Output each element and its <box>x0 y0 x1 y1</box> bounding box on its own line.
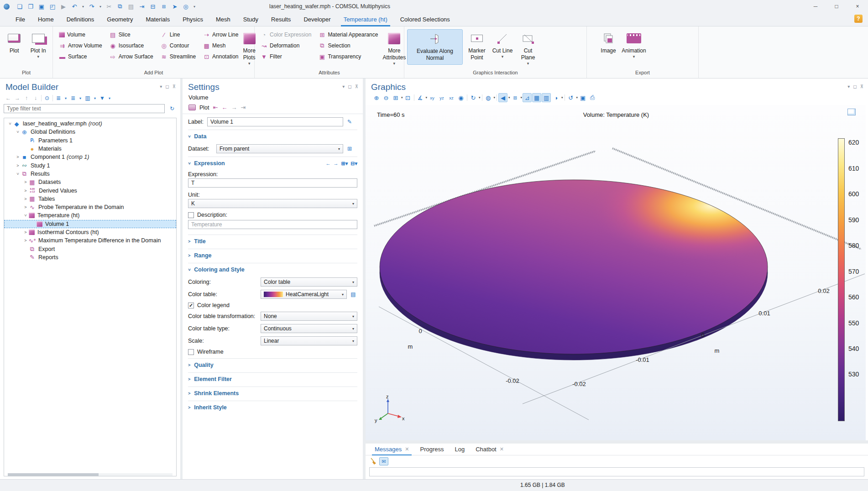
tab-mesh[interactable]: Mesh <box>209 13 237 26</box>
section-expression[interactable]: Expression ← → ⊞▾ ⊟▾ <box>188 157 357 168</box>
chevron-down-icon[interactable]: ▾ <box>426 96 428 99</box>
plot-windows-icon[interactable] <box>847 109 856 115</box>
tree-item-temperature-ht[interactable]: Temperature (ht) <box>4 211 176 219</box>
chevron-collapsed-icon[interactable] <box>22 180 29 184</box>
collapse-all-icon[interactable] <box>54 94 63 102</box>
tree-item-volume-1[interactable]: Volume 1 <box>4 220 176 228</box>
ribbon-deformation-button[interactable]: Deformation <box>257 40 314 51</box>
model-tree-nodes-icon[interactable] <box>83 94 92 102</box>
chevron-down-icon[interactable]: ▾ <box>494 96 496 99</box>
chevron-down-icon[interactable]: ▾ <box>401 96 403 99</box>
chevron-expanded-icon[interactable] <box>15 130 21 134</box>
tab-geometry[interactable]: Geometry <box>100 13 139 26</box>
wireframe-checkbox[interactable] <box>188 349 194 355</box>
ribbon-slice-button[interactable]: Slice <box>106 29 157 40</box>
cut-plane-button[interactable]: Cut Plane▾ <box>516 29 540 68</box>
tree-item-tables[interactable]: Tables <box>4 195 176 203</box>
tree-item-derived-values[interactable]: 8.85e-12Derived Values <box>4 186 176 194</box>
chevron-collapsed-icon[interactable] <box>15 155 21 159</box>
minimize-button[interactable]: ─ <box>805 0 826 13</box>
next-expression-icon[interactable]: → <box>334 161 339 166</box>
plot-canvas[interactable]: Time=60 s Volume: Temperature (K) <box>366 105 866 440</box>
chevron-down-icon[interactable]: ▾ <box>561 96 563 99</box>
tree-item-parameters[interactable]: Parameters 1 <box>4 136 176 145</box>
tree-item-isothermal-contours[interactable]: Isothermal Contours (ht) <box>4 228 176 236</box>
expand-all-icon[interactable] <box>68 94 78 102</box>
ribbon-mesh-button[interactable]: Mesh <box>200 40 241 51</box>
unit-dropdown[interactable]: K▾ <box>188 199 357 208</box>
coloring-dropdown[interactable]: Color table▾ <box>261 277 357 287</box>
ribbon-surface-button[interactable]: Surface <box>56 51 105 62</box>
tab-definitions[interactable]: Definitions <box>60 13 101 26</box>
description-checkbox[interactable] <box>188 212 194 218</box>
tab-messages[interactable]: Messages✕ <box>369 444 414 455</box>
refresh-icon[interactable] <box>167 104 177 113</box>
tree-item-component[interactable]: Component 1(comp 1) <box>4 153 176 161</box>
maximize-button[interactable]: □ <box>826 0 847 13</box>
chevron-down-icon[interactable]: ▾ <box>521 96 523 99</box>
copy-icon[interactable] <box>115 2 125 11</box>
tab-study[interactable]: Study <box>237 13 265 26</box>
go-to-source-icon[interactable]: ⊞ <box>345 145 354 153</box>
cut-line-button[interactable]: Cut Line▾ <box>490 29 515 65</box>
scale-dropdown[interactable]: Linear▾ <box>261 336 357 345</box>
open-file-icon[interactable] <box>25 2 36 11</box>
chevron-collapsed-icon[interactable] <box>22 205 29 209</box>
ribbon-material-appearance-button[interactable]: Material Appearance <box>315 29 381 40</box>
replace-expression-icon[interactable]: ⊞▾ <box>341 161 348 167</box>
tree-horizontal-scrollbar[interactable] <box>8 473 173 476</box>
scene-light-icon[interactable] <box>484 93 493 102</box>
ribbon-contour-button[interactable]: Contour <box>157 40 199 51</box>
ribbon-filter-button[interactable]: Filter <box>257 51 314 62</box>
tab-materials[interactable]: Materials <box>139 13 176 26</box>
ribbon-line-button[interactable]: Line <box>157 29 199 40</box>
forward-icon[interactable] <box>13 94 22 102</box>
undo-dropdown-icon[interactable] <box>80 2 86 11</box>
duplicate-icon[interactable] <box>136 2 147 11</box>
tab-temperature-ht[interactable]: Temperature (ht) <box>337 13 394 26</box>
ribbon-annotation-button[interactable]: Annotation <box>200 51 241 62</box>
chevron-down-icon[interactable]: ▾ <box>576 96 578 99</box>
color-theme-icon[interactable] <box>551 93 560 102</box>
orthographic-projection-icon[interactable] <box>456 93 465 102</box>
pin-panel-icon[interactable]: ⊼ <box>173 84 176 89</box>
close-tab-icon[interactable]: ✕ <box>500 446 504 452</box>
tree-filter-icon[interactable] <box>98 94 107 102</box>
update-plot-icon[interactable] <box>566 93 575 102</box>
marker-point-button[interactable]: Marker Point <box>465 29 489 65</box>
zoom-in-icon[interactable] <box>372 93 381 102</box>
go-to-default-view-icon[interactable] <box>416 93 425 102</box>
tab-home[interactable]: Home <box>31 13 60 26</box>
collapse-dropdown-icon[interactable] <box>63 94 68 102</box>
edit-color-table-icon[interactable]: ▤ <box>349 290 357 298</box>
label-input[interactable] <box>207 117 343 126</box>
redo-icon[interactable] <box>86 2 97 11</box>
expression-input[interactable] <box>188 178 357 188</box>
tree-filter-input[interactable] <box>4 104 165 113</box>
save-icon[interactable] <box>36 2 47 11</box>
panel-menu-icon[interactable]: ▾ <box>342 84 345 89</box>
chevron-collapsed-icon[interactable] <box>15 163 21 168</box>
settings-plot-button[interactable]: Plot <box>199 104 209 111</box>
rename-icon[interactable]: ✎ <box>345 118 354 126</box>
section-quality[interactable]: Quality <box>188 358 357 370</box>
ribbon-arrow-volume-button[interactable]: Arrow Volume <box>56 40 105 51</box>
tab-chatbot[interactable]: Chatbot✕ <box>470 444 509 455</box>
section-coloring-and-style[interactable]: Coloring and Style <box>188 263 357 274</box>
move-up-icon[interactable] <box>22 94 31 102</box>
clear-messages-icon[interactable] <box>370 458 376 465</box>
toolbar-more-icon[interactable] <box>191 2 198 11</box>
tree-item-results[interactable]: Results <box>4 170 176 178</box>
save-as-icon[interactable] <box>47 2 58 11</box>
panel-menu-icon[interactable]: ▾ <box>160 84 162 89</box>
ribbon-arrow-line-button[interactable]: Arrow Line <box>200 29 241 40</box>
filter-dropdown-icon[interactable] <box>107 94 112 102</box>
section-title[interactable]: Title <box>188 235 357 246</box>
transformation-dropdown[interactable]: None▾ <box>261 312 357 321</box>
chevron-down-icon[interactable]: ▾ <box>479 96 481 99</box>
dataset-dropdown[interactable]: From parent▾ <box>216 144 343 153</box>
float-panel-icon[interactable]: ◻ <box>348 84 351 89</box>
view-xy-icon[interactable] <box>428 93 437 102</box>
chevron-down-icon[interactable]: ▾ <box>508 96 510 99</box>
previous-plot-icon[interactable]: ← <box>221 104 227 111</box>
